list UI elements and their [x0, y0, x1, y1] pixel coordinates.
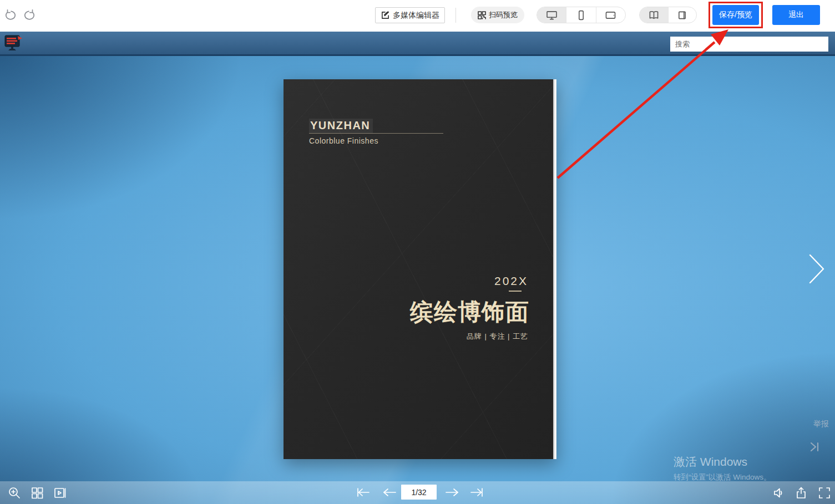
desktop-monitor-icon [546, 11, 558, 20]
slideshow-play-icon[interactable] [53, 486, 67, 500]
windows-activation-watermark: 激活 Windows 转到“设置”以激活 Windows。 [674, 454, 771, 482]
page-edge-strip [553, 79, 556, 459]
page-indicator-input[interactable] [401, 485, 437, 500]
layout-single-page-button[interactable] [669, 7, 697, 23]
scan-code-preview-label: 扫码预览 [489, 10, 518, 20]
thumbnails-grid-icon[interactable] [31, 486, 44, 500]
report-link[interactable]: 举报 [813, 419, 829, 429]
share-icon[interactable] [794, 486, 808, 500]
prev-page-icon[interactable] [382, 487, 397, 498]
cover-brand-subtitle: Colorblue Finishes [309, 136, 378, 145]
device-phone-button[interactable] [566, 7, 596, 23]
cover-artwork: YUNZHAN Colorblue Finishes 202X 缤绘博饰面 品牌… [284, 79, 553, 459]
exit-button[interactable]: 退出 [772, 5, 820, 25]
cover-title-text: 缤绘博饰面 [410, 297, 529, 328]
cover-year-underline [509, 291, 522, 292]
viewer-header-bar [0, 32, 835, 56]
skip-to-end-icon[interactable] [808, 441, 822, 453]
edit-pen-icon [381, 11, 390, 20]
volume-icon[interactable] [772, 486, 785, 500]
zoom-in-icon[interactable] [8, 486, 21, 500]
device-tablet-button[interactable] [596, 7, 625, 23]
undo-icon [3, 9, 18, 22]
single-page-icon [677, 11, 687, 20]
layout-double-page-button[interactable] [640, 7, 669, 23]
multimedia-editor-button[interactable]: 多媒体编辑器 [375, 7, 445, 23]
flipbook-cover-page[interactable]: YUNZHAN Colorblue Finishes 202X 缤绘博饰面 品牌… [284, 79, 556, 459]
first-page-icon[interactable] [356, 487, 371, 498]
undo-button[interactable] [3, 9, 18, 22]
redo-button[interactable] [22, 9, 37, 22]
page-layout-toggle [639, 7, 697, 23]
next-page-icon[interactable] [444, 487, 460, 498]
redo-icon [22, 9, 37, 22]
monitor-logo-icon [3, 34, 23, 53]
cover-brand-text: YUNZHAN [309, 119, 373, 133]
cover-tagline-text: 品牌 | 专注 | 工艺 [467, 332, 528, 342]
scan-code-preview-button[interactable]: 扫码预览 [471, 7, 524, 23]
next-page-chevron[interactable] [808, 253, 826, 285]
cover-year-text: 202X [494, 274, 528, 288]
last-page-icon[interactable] [469, 487, 484, 498]
multimedia-editor-label: 多媒体编辑器 [393, 11, 439, 21]
toolbar-divider [456, 8, 456, 23]
watermark-line1: 激活 Windows [674, 454, 771, 470]
phone-icon [578, 10, 585, 21]
device-desktop-button[interactable] [537, 7, 566, 23]
search-input[interactable] [670, 37, 828, 52]
cover-divider-line [309, 133, 443, 134]
flipbook-editor-window: 多媒体编辑器 扫码预览 [0, 0, 835, 504]
device-preview-toggle [537, 7, 626, 23]
viewer-canvas: YUNZHAN Colorblue Finishes 202X 缤绘博饰面 品牌… [0, 56, 835, 504]
save-preview-button[interactable]: 保存/预览 [712, 5, 759, 25]
double-page-icon [649, 11, 659, 20]
fullscreen-icon[interactable] [818, 486, 831, 500]
top-toolbar: 多媒体编辑器 扫码预览 [0, 0, 835, 32]
qr-code-icon [478, 11, 486, 19]
tablet-icon [605, 11, 616, 20]
bottom-toolbar [0, 481, 835, 504]
